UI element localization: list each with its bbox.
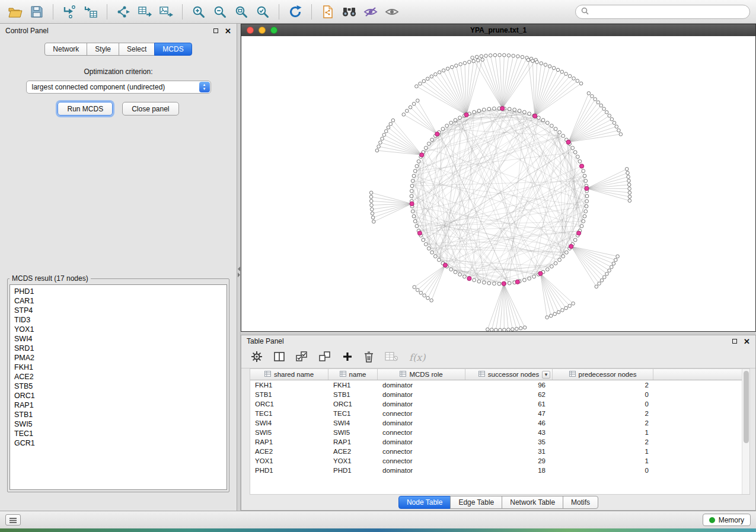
- table-cell: STB1: [250, 391, 328, 398]
- mcds-node[interactable]: GCR1: [14, 438, 227, 448]
- table-row[interactable]: FKH1FKH1dominator962: [250, 380, 742, 390]
- tab-select[interactable]: Select: [119, 43, 155, 56]
- table-row[interactable]: SWI5SWI5connector431: [250, 428, 742, 437]
- hide-selected-icon[interactable]: [361, 3, 380, 21]
- memory-button[interactable]: Memory: [703, 514, 751, 526]
- table-cell: 96: [465, 382, 553, 389]
- zoom-fit-icon[interactable]: [232, 3, 251, 21]
- mcds-node[interactable]: SWI5: [14, 419, 227, 429]
- export-network-icon[interactable]: [114, 3, 133, 21]
- float-table-panel-icon[interactable]: [732, 339, 737, 344]
- network-window-titlebar[interactable]: YPA_prune.txt_1: [241, 24, 755, 36]
- function-builder-icon: f(x): [409, 352, 425, 363]
- column-header-mcds-role[interactable]: MCDS role: [378, 369, 465, 380]
- tab-edge-table[interactable]: Edge Table: [450, 496, 502, 509]
- table-scrollbar[interactable]: [742, 369, 749, 494]
- add-column-icon[interactable]: [342, 351, 353, 364]
- sort-dropdown-icon[interactable]: ▼: [542, 371, 550, 379]
- table-row[interactable]: ACE2ACE2connector311: [250, 447, 742, 456]
- mcds-node[interactable]: FKH1: [14, 363, 227, 372]
- table-cell: 31: [465, 448, 553, 455]
- close-table-panel-icon[interactable]: ✕: [744, 338, 750, 345]
- toolbar-separator: [311, 4, 312, 20]
- search-network-icon[interactable]: [340, 3, 359, 21]
- close-window-icon[interactable]: [247, 27, 254, 34]
- close-panel-icon[interactable]: ✕: [225, 27, 231, 35]
- mcds-node[interactable]: SWI4: [14, 334, 227, 344]
- minimize-window-icon[interactable]: [259, 27, 266, 34]
- show-all-icon[interactable]: [382, 3, 401, 21]
- column-header-shared-name[interactable]: shared name: [250, 369, 328, 380]
- table-row[interactable]: STB1STB1dominator620: [250, 390, 742, 399]
- table-row[interactable]: TEC1TEC1connector472: [250, 409, 742, 418]
- table-row[interactable]: YOX1YOX1connector291: [250, 456, 742, 466]
- status-menu-button[interactable]: [5, 514, 21, 525]
- menu-list-icon: [9, 517, 17, 523]
- table-cell: connector: [378, 457, 465, 464]
- table-cell: 29: [465, 457, 553, 464]
- network-canvas[interactable]: [241, 36, 755, 331]
- mcds-node[interactable]: SRD1: [14, 344, 227, 353]
- save-icon[interactable]: [27, 3, 46, 21]
- show-columns-icon[interactable]: [274, 352, 285, 363]
- column-header-predecessor-nodes[interactable]: predecessor nodes: [553, 369, 653, 380]
- mcds-node[interactable]: CAR1: [14, 296, 227, 306]
- zoom-in-icon[interactable]: [189, 3, 208, 21]
- table-row[interactable]: RAP1RAP1dominator352: [250, 437, 742, 447]
- table-settings-gear-icon[interactable]: [251, 351, 263, 364]
- mcds-node[interactable]: TEC1: [14, 429, 227, 438]
- export-image-icon[interactable]: [157, 3, 176, 21]
- table-cell: dominator: [378, 391, 465, 398]
- zoom-selected-icon[interactable]: [253, 3, 272, 21]
- delete-column-icon[interactable]: [364, 351, 374, 364]
- search-box[interactable]: [575, 5, 750, 19]
- table-icon: [569, 371, 576, 378]
- import-network-icon[interactable]: [60, 3, 79, 21]
- tab-mcds[interactable]: MCDS: [154, 43, 192, 56]
- mcds-node[interactable]: RAP1: [14, 400, 227, 410]
- mcds-node[interactable]: ORC1: [14, 391, 227, 400]
- mcds-node[interactable]: STB1: [14, 410, 227, 419]
- mcds-node[interactable]: STP4: [14, 306, 227, 315]
- import-table-icon[interactable]: [81, 3, 100, 21]
- search-input[interactable]: [592, 7, 744, 17]
- splitter-handle-icon[interactable]: [237, 265, 241, 278]
- select-all-rows-icon[interactable]: [296, 351, 308, 364]
- vertical-splitter[interactable]: [237, 24, 241, 511]
- close-panel-button[interactable]: Close panel: [122, 102, 178, 116]
- criterion-dropdown[interactable]: largest connected component (undirected)…: [26, 81, 211, 94]
- export-table-icon[interactable]: [135, 3, 154, 21]
- network-graph[interactable]: [241, 36, 755, 331]
- scrollbar-thumb[interactable]: [744, 371, 749, 443]
- mcds-node[interactable]: TID3: [14, 315, 227, 325]
- run-mcds-button[interactable]: Run MCDS: [58, 102, 113, 116]
- table-row[interactable]: PHD1PHD1dominator180: [250, 466, 742, 475]
- tab-network[interactable]: Network: [44, 43, 87, 56]
- deselect-all-rows-icon[interactable]: [319, 351, 331, 364]
- clone-network-icon[interactable]: [318, 3, 337, 21]
- table-cell: connector: [378, 448, 465, 455]
- mcds-node[interactable]: PMA2: [14, 353, 227, 363]
- refresh-icon[interactable]: [286, 3, 305, 21]
- maximize-window-icon[interactable]: [270, 27, 277, 34]
- tab-motifs[interactable]: Motifs: [563, 496, 598, 509]
- table-row[interactable]: SWI4SWI4dominator462: [250, 418, 742, 428]
- float-panel-icon[interactable]: [213, 28, 218, 33]
- table-icon: [479, 371, 485, 378]
- tab-style[interactable]: Style: [87, 43, 119, 56]
- mcds-node[interactable]: STB5: [14, 382, 227, 391]
- table-row[interactable]: ORC1ORC1dominator610: [250, 399, 742, 409]
- table-cell: ACE2: [250, 448, 328, 455]
- table-cell: connector: [378, 429, 465, 436]
- column-header-name[interactable]: name: [328, 369, 378, 380]
- open-folder-icon[interactable]: [6, 3, 25, 21]
- mcds-node[interactable]: PHD1: [14, 287, 227, 296]
- table-cell: FKH1: [250, 382, 328, 389]
- zoom-out-icon[interactable]: [210, 3, 229, 21]
- mcds-node[interactable]: ACE2: [14, 372, 227, 382]
- mcds-node[interactable]: YOX1: [14, 325, 227, 334]
- tab-node-table[interactable]: Node Table: [398, 496, 451, 509]
- column-header-successor-nodes[interactable]: successor nodes▼: [465, 369, 553, 380]
- tab-network-table[interactable]: Network Table: [502, 496, 563, 509]
- table-cell: RAP1: [250, 438, 328, 446]
